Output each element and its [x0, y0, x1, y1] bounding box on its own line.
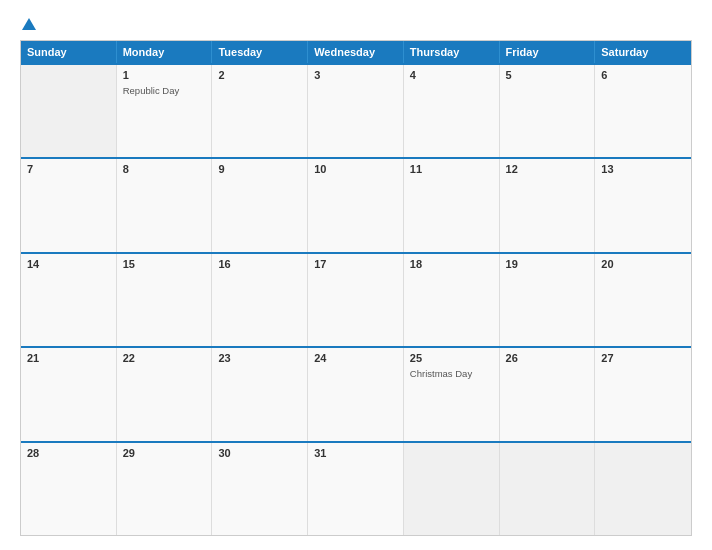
day-number: 21 — [27, 352, 110, 364]
cal-cell: 14 — [21, 254, 117, 346]
day-number: 29 — [123, 447, 206, 459]
calendar-body: 1Republic Day234567891011121314151617181… — [21, 63, 691, 535]
cal-cell — [500, 443, 596, 535]
day-number: 19 — [506, 258, 589, 270]
page: SundayMondayTuesdayWednesdayThursdayFrid… — [0, 0, 712, 550]
cal-cell: 17 — [308, 254, 404, 346]
cal-cell: 1Republic Day — [117, 65, 213, 157]
logo — [20, 18, 36, 30]
cal-cell: 7 — [21, 159, 117, 251]
day-number: 9 — [218, 163, 301, 175]
week-row-5: 28293031 — [21, 441, 691, 535]
day-number: 15 — [123, 258, 206, 270]
holiday-label: Christmas Day — [410, 368, 493, 379]
cal-cell: 3 — [308, 65, 404, 157]
week-row-4: 2122232425Christmas Day2627 — [21, 346, 691, 440]
day-number: 11 — [410, 163, 493, 175]
day-number: 7 — [27, 163, 110, 175]
cal-cell: 9 — [212, 159, 308, 251]
logo-triangle-icon — [22, 18, 36, 30]
day-number: 13 — [601, 163, 685, 175]
week-row-3: 14151617181920 — [21, 252, 691, 346]
week-row-1: 1Republic Day23456 — [21, 63, 691, 157]
cal-cell: 18 — [404, 254, 500, 346]
header-day-wednesday: Wednesday — [308, 41, 404, 63]
header-day-tuesday: Tuesday — [212, 41, 308, 63]
cal-cell: 29 — [117, 443, 213, 535]
cal-cell: 31 — [308, 443, 404, 535]
header-day-sunday: Sunday — [21, 41, 117, 63]
header-day-friday: Friday — [500, 41, 596, 63]
day-number: 28 — [27, 447, 110, 459]
header — [20, 18, 692, 30]
cal-cell: 4 — [404, 65, 500, 157]
day-number: 10 — [314, 163, 397, 175]
day-number: 26 — [506, 352, 589, 364]
cal-cell: 13 — [595, 159, 691, 251]
cal-cell: 10 — [308, 159, 404, 251]
cal-cell: 11 — [404, 159, 500, 251]
cal-cell: 8 — [117, 159, 213, 251]
cal-cell: 16 — [212, 254, 308, 346]
day-number: 16 — [218, 258, 301, 270]
day-number: 30 — [218, 447, 301, 459]
day-number: 6 — [601, 69, 685, 81]
calendar: SundayMondayTuesdayWednesdayThursdayFrid… — [20, 40, 692, 536]
day-number: 3 — [314, 69, 397, 81]
cal-cell: 26 — [500, 348, 596, 440]
cal-cell — [21, 65, 117, 157]
calendar-header-row: SundayMondayTuesdayWednesdayThursdayFrid… — [21, 41, 691, 63]
week-row-2: 78910111213 — [21, 157, 691, 251]
header-day-thursday: Thursday — [404, 41, 500, 63]
cal-cell: 5 — [500, 65, 596, 157]
cal-cell: 24 — [308, 348, 404, 440]
day-number: 27 — [601, 352, 685, 364]
cal-cell: 22 — [117, 348, 213, 440]
cal-cell: 27 — [595, 348, 691, 440]
day-number: 4 — [410, 69, 493, 81]
header-day-saturday: Saturday — [595, 41, 691, 63]
cal-cell: 12 — [500, 159, 596, 251]
cal-cell: 21 — [21, 348, 117, 440]
day-number: 24 — [314, 352, 397, 364]
day-number: 31 — [314, 447, 397, 459]
day-number: 14 — [27, 258, 110, 270]
cal-cell: 6 — [595, 65, 691, 157]
day-number: 8 — [123, 163, 206, 175]
cal-cell: 23 — [212, 348, 308, 440]
day-number: 20 — [601, 258, 685, 270]
day-number: 2 — [218, 69, 301, 81]
day-number: 1 — [123, 69, 206, 81]
cal-cell: 15 — [117, 254, 213, 346]
holiday-label: Republic Day — [123, 85, 206, 96]
cal-cell: 25Christmas Day — [404, 348, 500, 440]
cal-cell — [595, 443, 691, 535]
cal-cell: 30 — [212, 443, 308, 535]
cal-cell: 19 — [500, 254, 596, 346]
header-day-monday: Monday — [117, 41, 213, 63]
cal-cell — [404, 443, 500, 535]
cal-cell: 28 — [21, 443, 117, 535]
day-number: 18 — [410, 258, 493, 270]
day-number: 5 — [506, 69, 589, 81]
day-number: 17 — [314, 258, 397, 270]
day-number: 12 — [506, 163, 589, 175]
cal-cell: 2 — [212, 65, 308, 157]
day-number: 23 — [218, 352, 301, 364]
day-number: 25 — [410, 352, 493, 364]
cal-cell: 20 — [595, 254, 691, 346]
day-number: 22 — [123, 352, 206, 364]
